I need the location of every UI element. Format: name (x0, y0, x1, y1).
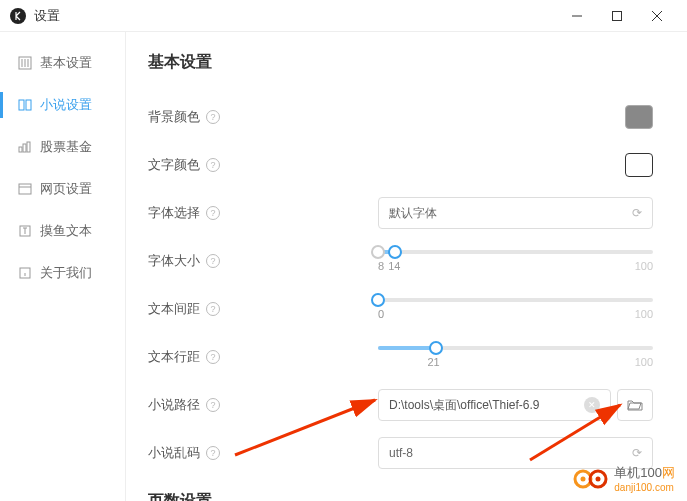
font-size-max: 100 (635, 260, 653, 272)
help-icon[interactable]: ? (206, 158, 220, 172)
text-spacing-label: 文本间距 (148, 300, 200, 318)
sidebar-item-text[interactable]: 摸鱼文本 (0, 210, 125, 252)
encoding-label: 小说乱码 (148, 444, 200, 462)
sidebar-item-label: 摸鱼文本 (40, 222, 92, 240)
help-icon[interactable]: ? (206, 446, 220, 460)
sidebar-item-basic[interactable]: 基本设置 (0, 42, 125, 84)
watermark-logo-icon (572, 468, 608, 490)
svg-rect-1 (613, 11, 622, 20)
titlebar: 设置 (0, 0, 687, 32)
sliders-icon (18, 56, 32, 70)
svg-point-24 (581, 476, 586, 481)
close-button[interactable] (637, 1, 677, 31)
minimize-button[interactable] (557, 1, 597, 31)
text-spacing-max: 100 (635, 308, 653, 320)
book-icon (18, 98, 32, 112)
help-icon[interactable]: ? (206, 110, 220, 124)
svg-rect-11 (23, 144, 26, 152)
svg-rect-10 (19, 147, 22, 152)
svg-line-22 (530, 405, 620, 460)
text-color-swatch[interactable] (625, 153, 653, 177)
svg-rect-12 (27, 142, 30, 152)
sidebar-item-web[interactable]: 网页设置 (0, 168, 125, 210)
window-title: 设置 (34, 7, 557, 25)
sidebar-item-label: 股票基金 (40, 138, 92, 156)
font-select-value: 默认字体 (389, 205, 632, 222)
sidebar: 基本设置 小说设置 股票基金 网页设置 摸鱼文本 关于我们 (0, 32, 126, 501)
sidebar-item-label: 网页设置 (40, 180, 92, 198)
info-icon (18, 266, 32, 280)
svg-rect-8 (19, 100, 24, 110)
novel-path-label: 小说路径 (148, 396, 200, 414)
help-icon[interactable]: ? (206, 398, 220, 412)
text-spacing-slider[interactable]: 0 100 (378, 298, 653, 320)
sidebar-item-stock[interactable]: 股票基金 (0, 126, 125, 168)
help-icon[interactable]: ? (206, 302, 220, 316)
text-color-label: 文字颜色 (148, 156, 200, 174)
svg-rect-9 (26, 100, 31, 110)
watermark-brand: 单机100 (614, 465, 662, 480)
line-height-slider[interactable]: 21 100 (378, 346, 653, 368)
bg-color-swatch[interactable] (625, 105, 653, 129)
section-title: 基本设置 (148, 52, 653, 73)
sidebar-item-novel[interactable]: 小说设置 (0, 84, 125, 126)
text-icon (18, 224, 32, 238)
watermark-suffix: 网 (662, 465, 675, 480)
refresh-icon[interactable]: ⟳ (632, 206, 642, 220)
sidebar-item-label: 基本设置 (40, 54, 92, 72)
font-size-min: 8 (378, 260, 384, 272)
watermark-domain: danji100.com (614, 482, 673, 493)
line-height-value: 21 (428, 356, 440, 368)
svg-line-21 (235, 400, 375, 455)
annotation-arrow-left (225, 395, 385, 465)
font-size-slider[interactable]: 8 14 100 (378, 250, 653, 272)
font-select[interactable]: 默认字体 ⟳ (378, 197, 653, 229)
maximize-button[interactable] (597, 1, 637, 31)
sidebar-item-about[interactable]: 关于我们 (0, 252, 125, 294)
svg-rect-13 (19, 184, 31, 194)
line-height-label: 文本行距 (148, 348, 200, 366)
svg-point-26 (596, 476, 601, 481)
text-spacing-value: 0 (378, 308, 384, 320)
font-select-label: 字体选择 (148, 204, 200, 222)
help-icon[interactable]: ? (206, 350, 220, 364)
bg-color-label: 背景颜色 (148, 108, 200, 126)
sidebar-item-label: 关于我们 (40, 264, 92, 282)
line-height-max: 100 (635, 356, 653, 368)
annotation-arrow-right (520, 400, 640, 470)
help-icon[interactable]: ? (206, 206, 220, 220)
font-size-label: 字体大小 (148, 252, 200, 270)
sidebar-item-label: 小说设置 (40, 96, 92, 114)
app-icon (10, 8, 26, 24)
chart-icon (18, 140, 32, 154)
watermark: 单机100网 danji100.com (572, 464, 675, 493)
browser-icon (18, 182, 32, 196)
font-size-value: 14 (388, 260, 400, 272)
help-icon[interactable]: ? (206, 254, 220, 268)
